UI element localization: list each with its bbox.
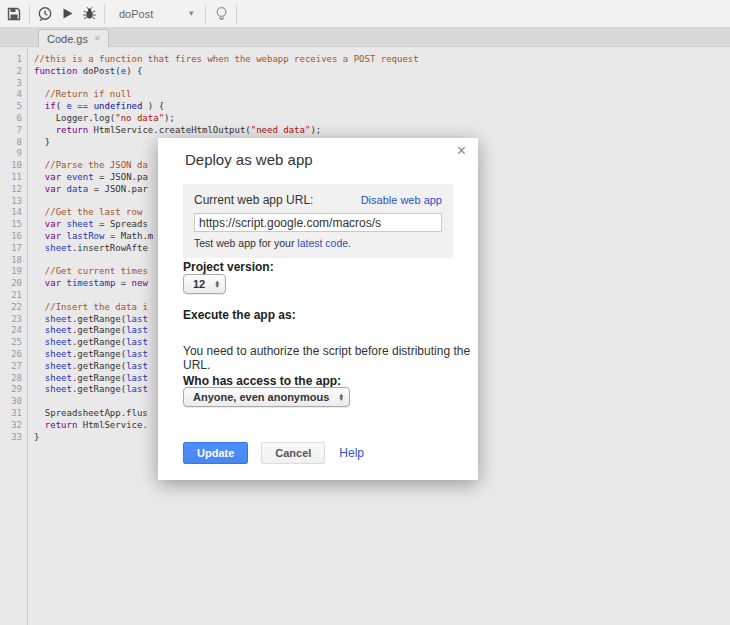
line-number: 3: [0, 78, 22, 90]
line-number: 13: [0, 196, 22, 208]
line-number: 14: [0, 207, 22, 219]
deploy-dialog: × Deploy as web app Current web app URL:…: [158, 138, 478, 480]
dialog-title: Deploy as web app: [185, 151, 313, 168]
line-number: 27: [0, 361, 22, 373]
close-icon[interactable]: ×: [457, 142, 466, 160]
chevron-down-icon: ▼: [187, 9, 195, 18]
line-number: 4: [0, 89, 22, 101]
toolbar: doPost ▼: [0, 0, 730, 28]
line-number: 9: [0, 148, 22, 160]
line-number: 6: [0, 113, 22, 125]
line-number: 18: [0, 255, 22, 267]
suggestions-button[interactable]: [210, 3, 232, 25]
run-button[interactable]: [56, 3, 78, 25]
line-number: 16: [0, 231, 22, 243]
line-number: 25: [0, 337, 22, 349]
test-text-prefix: Test web app for your: [194, 237, 297, 249]
web-app-url-input[interactable]: [194, 213, 442, 232]
web-app-url-section: Current web app URL: Disable web app Tes…: [183, 184, 453, 258]
line-number: 2: [0, 66, 22, 78]
line-number: 31: [0, 408, 22, 420]
line-number: 15: [0, 219, 22, 231]
debug-button[interactable]: [78, 3, 100, 25]
line-number: 21: [0, 290, 22, 302]
line-number: 10: [0, 160, 22, 172]
line-number-gutter: 1234567891011121314151617181920212223242…: [0, 48, 28, 625]
code-line: [34, 78, 730, 90]
access-select[interactable]: Anyone, even anonymous ▲▼: [183, 387, 350, 407]
project-version-select[interactable]: 12 ▲▼: [183, 274, 226, 294]
execute-as-label: Execute the app as:: [183, 308, 296, 322]
line-number: 26: [0, 349, 22, 361]
tab-close-icon[interactable]: ×: [94, 33, 100, 44]
line-number: 1: [0, 54, 22, 66]
dialog-buttons: Update Cancel Help: [183, 442, 364, 464]
function-selector[interactable]: doPost ▼: [109, 3, 201, 25]
current-url-label: Current web app URL:: [194, 193, 313, 207]
disable-web-app-link[interactable]: Disable web app: [361, 194, 442, 206]
help-link[interactable]: Help: [339, 446, 364, 460]
tab-code-gs[interactable]: Code.gs ×: [38, 29, 109, 47]
latest-code-link[interactable]: latest code: [297, 237, 348, 249]
line-number: 12: [0, 184, 22, 196]
code-line: function doPost(e) {: [34, 66, 730, 78]
toolbar-separator: [236, 4, 237, 24]
line-number: 32: [0, 420, 22, 432]
project-version-value: 12: [193, 278, 205, 290]
line-number: 11: [0, 172, 22, 184]
play-icon: [61, 7, 74, 20]
line-number: 33: [0, 432, 22, 444]
line-number: 24: [0, 325, 22, 337]
line-number: 5: [0, 101, 22, 113]
line-number: 7: [0, 125, 22, 137]
line-number: 17: [0, 243, 22, 255]
toolbar-separator: [29, 4, 30, 24]
lightbulb-icon: [214, 6, 229, 22]
function-selector-value: doPost: [119, 8, 153, 20]
save-button[interactable]: [3, 3, 25, 25]
line-number: 30: [0, 396, 22, 408]
cancel-button[interactable]: Cancel: [261, 442, 325, 464]
stepper-arrows-icon: ▲▼: [338, 393, 344, 402]
code-line: //Return if null: [34, 89, 730, 101]
line-number: 8: [0, 137, 22, 149]
test-web-app-text: Test web app for your latest code.: [194, 237, 442, 249]
toolbar-separator: [205, 4, 206, 24]
tab-label: Code.gs: [47, 33, 88, 45]
authorize-notice: You need to authorize the script before …: [183, 344, 478, 372]
project-version-label: Project version:: [183, 260, 274, 274]
code-line: return HtmlService.createHtmlOutput("nee…: [34, 125, 730, 137]
history-button[interactable]: [34, 3, 56, 25]
line-number: 29: [0, 384, 22, 396]
line-number: 19: [0, 266, 22, 278]
line-number: 23: [0, 314, 22, 326]
code-line: Logger.log("no data");: [34, 113, 730, 125]
code-line: if( e == undefined ) {: [34, 101, 730, 113]
toolbar-separator: [104, 4, 105, 24]
line-number: 28: [0, 373, 22, 385]
save-icon: [7, 7, 21, 21]
history-clock-icon: [37, 6, 53, 22]
access-select-value: Anyone, even anonymous: [193, 391, 329, 403]
line-number: 20: [0, 278, 22, 290]
test-text-suffix: .: [348, 237, 351, 249]
tab-bar: Code.gs ×: [0, 28, 730, 47]
bug-icon: [82, 6, 97, 21]
update-button[interactable]: Update: [183, 442, 248, 464]
access-label: Who has access to the app:: [183, 374, 341, 388]
line-number: 22: [0, 302, 22, 314]
code-line: //this is a function that fires when the…: [34, 54, 730, 66]
stepper-arrows-icon: ▲▼: [214, 280, 220, 289]
